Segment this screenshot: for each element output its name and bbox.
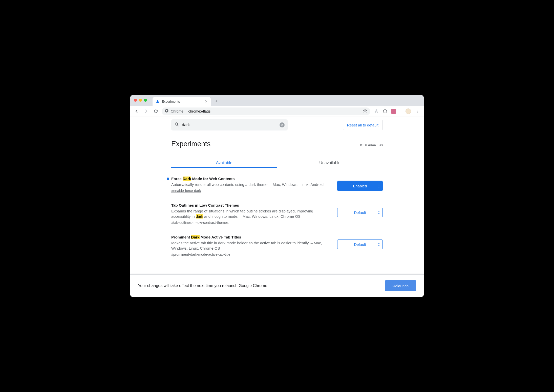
chrome-icon bbox=[165, 109, 169, 114]
extension-icons bbox=[372, 108, 421, 114]
address-bar[interactable]: Chrome | chrome://flags bbox=[162, 107, 370, 115]
flag-select[interactable]: Default▲▼ bbox=[337, 239, 383, 249]
svg-point-4 bbox=[417, 111, 418, 112]
omnibox-origin: Chrome bbox=[171, 109, 183, 113]
omnibox-url: chrome://flags bbox=[188, 109, 210, 113]
flag-row: Force Dark Mode for Web ContentsAutomati… bbox=[171, 177, 383, 193]
minimize-window-button[interactable] bbox=[139, 99, 142, 102]
new-tab-button[interactable]: + bbox=[213, 98, 220, 105]
tab-unavailable[interactable]: Unavailable bbox=[277, 158, 383, 168]
extension-pink-icon[interactable] bbox=[391, 109, 396, 114]
forward-button[interactable] bbox=[142, 107, 150, 115]
flag-anchor-link[interactable]: #tab-outlines-in-low-contrast-themes bbox=[171, 221, 228, 225]
info-icon[interactable] bbox=[382, 109, 388, 114]
page-title: Experiments bbox=[171, 140, 211, 148]
omnibox-separator: | bbox=[185, 109, 186, 113]
flag-row: Prominent Dark Mode Active Tab TitlesMak… bbox=[171, 235, 383, 257]
flask-icon bbox=[156, 99, 160, 103]
close-tab-icon[interactable]: ✕ bbox=[205, 99, 208, 103]
flag-title: Tab Outlines in Low Contrast Themes bbox=[171, 203, 327, 207]
reload-button[interactable] bbox=[152, 107, 160, 115]
reset-all-button[interactable]: Reset all to default bbox=[343, 120, 383, 130]
star-icon[interactable] bbox=[363, 108, 367, 114]
tab-available[interactable]: Available bbox=[171, 158, 277, 168]
close-window-button[interactable] bbox=[134, 99, 137, 102]
search-input[interactable] bbox=[182, 123, 277, 127]
chevron-updown-icon: ▲▼ bbox=[378, 184, 380, 188]
flag-title: Prominent Dark Mode Active Tab Titles bbox=[171, 235, 327, 239]
svg-point-6 bbox=[175, 123, 178, 125]
flag-title: Force Dark Mode for Web Contents bbox=[171, 177, 327, 181]
window-controls bbox=[134, 99, 147, 102]
flag-select[interactable]: Default▲▼ bbox=[337, 208, 383, 217]
chevron-updown-icon: ▲▼ bbox=[378, 210, 380, 215]
separator bbox=[401, 109, 401, 114]
browser-tab[interactable]: Experiments ✕ bbox=[153, 97, 211, 106]
relaunch-bar: Your changes will take effect the next t… bbox=[130, 274, 424, 297]
flags-list: Force Dark Mode for Web ContentsAutomati… bbox=[171, 177, 383, 257]
menu-icon[interactable] bbox=[415, 109, 420, 114]
flag-anchor-link[interactable]: #enable-force-dark bbox=[171, 189, 201, 193]
back-button[interactable] bbox=[133, 107, 140, 115]
tab-title: Experiments bbox=[162, 100, 203, 103]
chevron-updown-icon: ▲▼ bbox=[378, 242, 380, 247]
relaunch-button[interactable]: Relaunch bbox=[385, 280, 416, 291]
flag-row: Tab Outlines in Low Contrast ThemesExpan… bbox=[171, 203, 383, 225]
flag-description: Automatically render all web contents us… bbox=[171, 182, 327, 187]
profile-avatar[interactable] bbox=[406, 108, 411, 114]
clear-search-icon[interactable]: ✕ bbox=[280, 122, 285, 127]
page-content: ✕ Reset all to default Experiments 81.0.… bbox=[130, 117, 424, 297]
search-icon bbox=[174, 122, 179, 128]
tabs: Available Unavailable bbox=[171, 158, 383, 168]
metronome-icon[interactable] bbox=[374, 109, 379, 114]
tab-strip: Experiments ✕ + bbox=[130, 95, 424, 106]
flag-anchor-link[interactable]: #prominent-dark-mode-active-tab-title bbox=[171, 252, 230, 256]
modified-dot-icon bbox=[167, 178, 169, 180]
relaunch-message: Your changes will take effect the next t… bbox=[138, 284, 268, 288]
svg-point-1 bbox=[166, 110, 167, 111]
version-label: 81.0.4044.138 bbox=[360, 143, 383, 147]
toolbar: Chrome | chrome://flags bbox=[130, 106, 424, 117]
search-row: ✕ Reset all to default bbox=[130, 117, 424, 133]
svg-point-5 bbox=[417, 112, 418, 113]
flag-select[interactable]: Enabled▲▼ bbox=[337, 181, 383, 191]
maximize-window-button[interactable] bbox=[144, 99, 147, 102]
svg-point-3 bbox=[417, 110, 418, 111]
flag-description: Expands the range of situations in which… bbox=[171, 208, 327, 219]
browser-window: Experiments ✕ + Chrome | chrome://flags bbox=[130, 95, 424, 297]
search-box: ✕ bbox=[171, 119, 288, 130]
flag-description: Makes the active tab title in dark mode … bbox=[171, 240, 327, 251]
